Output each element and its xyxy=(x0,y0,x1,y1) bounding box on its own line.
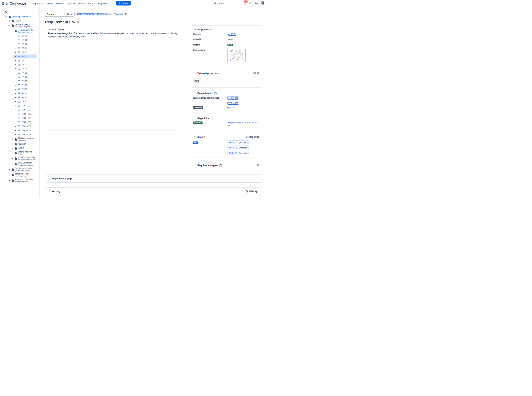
svg-text:?: ? xyxy=(254,72,255,74)
svg-text:Right: Right xyxy=(231,52,233,52)
svg-text:?: ? xyxy=(250,2,251,4)
svg-text:Rear: Rear xyxy=(231,50,233,51)
svg-text:Cylinder Block: Cylinder Block xyxy=(238,50,244,51)
svg-text:z: z xyxy=(237,50,237,51)
